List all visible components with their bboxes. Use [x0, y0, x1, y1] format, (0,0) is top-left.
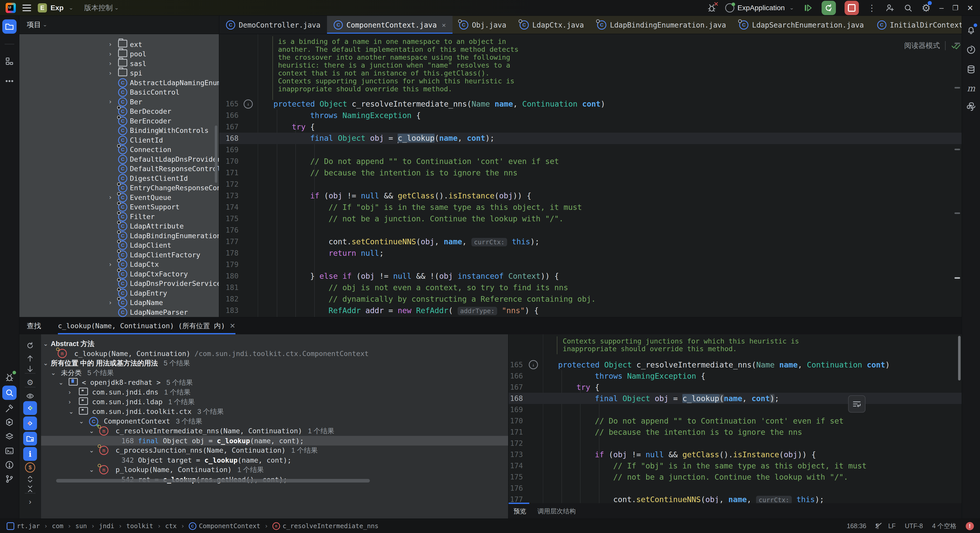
run-configuration-widget[interactable]: ExpApplication ⌄: [725, 3, 794, 13]
line-separator-indicator[interactable]: LF: [888, 522, 896, 530]
services-icon[interactable]: [2, 415, 17, 430]
code-line-173[interactable]: 173if (obj != null && getClass().isInsta…: [220, 190, 962, 202]
code-line-172[interactable]: 172: [508, 438, 962, 449]
debug-icon[interactable]: [2, 370, 17, 385]
find-tree-row[interactable]: ⌄com.sun.jndi.toolkit.ctx 3 个结果: [41, 407, 508, 417]
project-tree-item-ext[interactable]: ›ext: [19, 40, 219, 49]
chevron-down-icon[interactable]: ⌄: [79, 418, 84, 425]
gear-button[interactable]: ⚙: [24, 377, 36, 387]
code-line-179[interactable]: 179: [220, 259, 962, 270]
expand-all-button[interactable]: [24, 474, 36, 484]
tab-LdapSearchEnumeration.java[interactable]: CLdapSearchEnumeration.java: [733, 16, 870, 34]
breadcrumb-ComponentContext[interactable]: CComponentContext: [189, 522, 261, 530]
chevron-right-icon[interactable]: ›: [108, 51, 112, 57]
project-tree-item-ClientId[interactable]: CClientId: [19, 135, 219, 145]
breadcrumb-ctx[interactable]: ctx: [165, 522, 177, 530]
write-access-button[interactable]: [23, 417, 37, 430]
find-result-row-selected[interactable]: 168 final Object obj = c_lookup(name, co…: [41, 436, 508, 445]
soft-wrap-indicator-icon[interactable]: ¶: [875, 522, 879, 530]
tab-LdapBindingEnumeration.java[interactable]: CLdapBindingEnumeration.java: [590, 16, 733, 34]
project-tree-item-pool[interactable]: ›pool: [19, 49, 219, 59]
main-menu-button[interactable]: [22, 5, 31, 11]
code-line-166[interactable]: 166throws NamingException {: [508, 370, 962, 382]
project-tree-item-LdapEntry[interactable]: CLdapEntry: [19, 288, 219, 298]
code-line-174[interactable]: 174// If "obj" is in the same type as th…: [220, 202, 962, 213]
find-tree-row[interactable]: ›com.sun.jndi.ldap 1 个结果: [41, 397, 508, 407]
group-directory-button[interactable]: [23, 432, 37, 445]
notification-alert-icon[interactable]: !: [966, 522, 974, 530]
search-icon[interactable]: [2, 386, 17, 400]
code-line-171[interactable]: 171// because the intention is to ignore…: [220, 167, 962, 178]
find-tree-row[interactable]: ⌄mp_lookup(Name, Continuation) 1 个结果: [41, 465, 508, 474]
code-line-176[interactable]: 176: [220, 224, 962, 236]
build-hammer-icon[interactable]: [2, 401, 17, 416]
code-line-178[interactable]: 178return null;: [220, 247, 962, 259]
arrow-up-button[interactable]: [24, 353, 36, 363]
find-results-tab[interactable]: c_lookup(Name, Continuation) (所有位置 内) ✕: [58, 318, 235, 334]
dollar-button[interactable]: $: [24, 462, 36, 473]
code-line-175[interactable]: 175// not be a junction. Continue the lo…: [220, 213, 962, 224]
soft-wrap-button[interactable]: [848, 395, 865, 413]
chevron-down-icon[interactable]: ⌄: [43, 360, 48, 367]
find-tree-row[interactable]: ›com.sun.jndi.dns 1 个结果: [41, 387, 508, 397]
terminal-icon[interactable]: [2, 444, 17, 458]
find-tree-row[interactable]: ⌄mc_processJunction_nns(Name, Continuati…: [41, 445, 508, 455]
code-line-172[interactable]: 172: [220, 178, 962, 190]
overridden-marker-icon[interactable]: ↓: [243, 99, 253, 109]
find-tree-row[interactable]: ⌄< openjdk8-redhat > 5 个结果: [41, 378, 508, 387]
code-line-180[interactable]: 180} else if (obj != null && !(obj insta…: [220, 270, 962, 282]
code-line-167[interactable]: 167try {: [220, 121, 962, 133]
code-line-183[interactable]: 183RefAddr addr = new RefAddr( addrType:…: [220, 305, 962, 316]
maven-icon[interactable]: m: [964, 81, 978, 95]
project-tree-item-Filter[interactable]: CFilter: [19, 212, 219, 221]
notifications-bell-icon[interactable]: [964, 23, 978, 37]
chevron-down-icon[interactable]: ⌄: [89, 447, 94, 454]
chevron-right-icon[interactable]: ›: [108, 70, 112, 77]
caret-position[interactable]: 168:36: [847, 522, 866, 530]
search-everywhere-icon[interactable]: [903, 3, 913, 13]
project-tree-item-LdapCtx[interactable]: ›CLdapCtx: [19, 259, 219, 269]
project-tree-item-BerEncoder[interactable]: CBerEncoder: [19, 116, 219, 126]
project-tree-item-LdapDnsProviderService[interactable]: CLdapDnsProviderService: [19, 279, 219, 288]
code-line-169[interactable]: 169: [508, 404, 962, 415]
code-line-176[interactable]: 176: [508, 482, 962, 494]
more-icon[interactable]: [2, 74, 17, 88]
chevron-down-icon[interactable]: ⌄: [89, 427, 94, 434]
breadcrumb-sun[interactable]: sun: [75, 522, 87, 530]
close-button[interactable]: ✕: [967, 3, 974, 13]
resume-icon[interactable]: [803, 3, 813, 13]
chevron-right-icon[interactable]: ›: [108, 299, 112, 306]
chevron-right-icon[interactable]: ›: [108, 261, 112, 268]
tab-ComponentContext.java[interactable]: CComponentContext.java✕: [327, 16, 452, 34]
breadcrumb-com[interactable]: com: [52, 522, 63, 530]
breadcrumb-toolkit[interactable]: toolkit: [126, 522, 153, 530]
project-tree-scrollbar[interactable]: [215, 126, 217, 183]
project-tree-item-AbstractLdapNamingEnumeration[interactable]: CAbstractLdapNamingEnumeration: [19, 78, 219, 88]
project-tree-item-LdapName[interactable]: ›CLdapName: [19, 298, 219, 307]
overridden-marker-icon[interactable]: ↓: [529, 360, 538, 369]
problems-icon[interactable]: [2, 458, 17, 472]
tab-Obj.java[interactable]: CObj.java: [452, 16, 513, 34]
collapse-all-button[interactable]: [24, 484, 36, 494]
indent-indicator[interactable]: 4 个空格: [932, 522, 956, 530]
code-line-166[interactable]: 166throws NamingException {: [220, 110, 962, 121]
add-user-icon[interactable]: [885, 3, 894, 13]
project-tree-item-LdapClient[interactable]: CLdapClient: [19, 240, 219, 250]
encoding-indicator[interactable]: UTF-8: [905, 522, 923, 530]
chevron-right-icon[interactable]: ›: [68, 398, 71, 406]
project-tree-item-DefaultResponseControlFactory[interactable]: CDefaultResponseControlFactory: [19, 164, 219, 173]
code-line-168[interactable]: 168final Object obj = c_lookup(name, con…: [508, 393, 962, 404]
project-tree-item-spi[interactable]: ›spi: [19, 68, 219, 78]
restore-button[interactable]: ❐: [953, 4, 958, 12]
project-tree-item-DigestClientId[interactable]: CDigestClientId: [19, 173, 219, 183]
vcs-widget[interactable]: 版本控制 ⌄: [84, 3, 119, 13]
find-tree-row[interactable]: ⌄Abstract 方法: [41, 339, 508, 348]
tab-DemoController.java[interactable]: CDemoController.java: [220, 16, 327, 34]
chevron-right-button[interactable]: ›: [24, 496, 36, 507]
preview-tab-预览[interactable]: 预览: [514, 507, 526, 515]
reader-mode-hint[interactable]: 阅读器模式: [904, 40, 961, 51]
project-tree-item-sasl[interactable]: ›sasl: [19, 59, 219, 68]
chevron-right-icon[interactable]: ›: [68, 389, 71, 396]
preview-tab-调用层次结构[interactable]: 调用层次结构: [538, 507, 576, 515]
code-line-173[interactable]: 173if (obj != null && getClass().isInsta…: [508, 449, 962, 460]
